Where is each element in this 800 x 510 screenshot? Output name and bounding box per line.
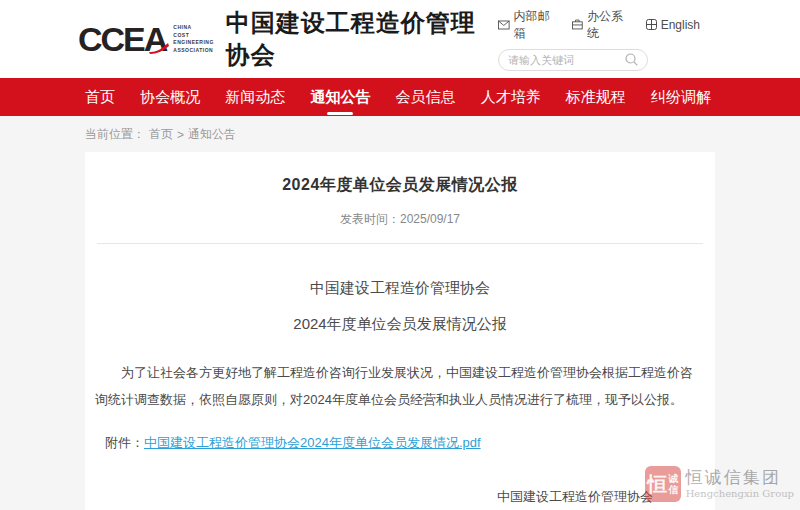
quick-link-label: 内部邮箱 (514, 8, 557, 42)
nav-item-news[interactable]: 新闻动态 (225, 79, 285, 116)
breadcrumb-separator: > (177, 128, 184, 142)
ccea-logo-subtext: CHINA COST ENGINEERING ASSOCIATION (173, 24, 214, 54)
office-system-link[interactable]: 办公系统 (572, 8, 629, 42)
attachment-label: 附件： (105, 435, 144, 450)
breadcrumb-home-link[interactable]: 首页 (149, 126, 173, 143)
main-nav: 首页 协会概况 新闻动态 通知公告 会员信息 人才培养 标准规程 纠纷调解 (0, 78, 800, 116)
logo-subtext-line: COST (173, 32, 214, 40)
attachment-pdf-link[interactable]: 中国建设工程造价管理协会2024年度单位会员发展情况.pdf (144, 435, 481, 450)
breadcrumb-current: 通知公告 (188, 126, 236, 143)
globe-icon (646, 19, 657, 30)
logo-subtext-line: CHINA (173, 24, 214, 32)
nav-item-about[interactable]: 协会概况 (140, 79, 200, 116)
quick-link-label: 办公系统 (587, 8, 630, 42)
search-input[interactable] (508, 54, 625, 66)
mail-icon (498, 20, 510, 30)
article-title: 2024年度单位会员发展情况公报 (85, 175, 715, 196)
site-search (498, 49, 648, 71)
publish-date: 发表时间：2025/09/17 (85, 211, 715, 228)
ccea-red-swoosh-icon (148, 42, 170, 54)
search-icon (625, 53, 638, 66)
quick-links: 内部邮箱 办公系统 English (498, 8, 700, 42)
body-heading-report: 2024年度单位会员发展情况公报 (85, 315, 715, 334)
site-header: CCEA CHINA COST ENGINEERING ASSOCIATION … (0, 0, 800, 78)
article-signature: 中国建设工程造价管理协会 2025年9月17日 (497, 490, 653, 510)
nav-item-members[interactable]: 会员信息 (396, 79, 456, 116)
logo-subtext-line: ENGINEERING (173, 39, 214, 47)
quick-link-label: English (661, 18, 700, 32)
org-name-title: 中国建设工程造价管理协会 (226, 7, 498, 71)
header-utilities: 内部邮箱 办公系统 English (498, 8, 700, 71)
logo-subtext-line: ASSOCIATION (173, 47, 214, 55)
site-logo[interactable]: CCEA CHINA COST ENGINEERING ASSOCIATION … (78, 7, 498, 71)
main-nav-inner: 首页 协会概况 新闻动态 通知公告 会员信息 人才培养 标准规程 纠纷调解 (85, 78, 711, 116)
briefcase-icon (572, 19, 583, 30)
title-divider (97, 243, 703, 244)
nav-item-training[interactable]: 人才培养 (481, 79, 541, 116)
breadcrumb-prefix: 当前位置： (85, 126, 145, 143)
internal-mail-link[interactable]: 内部邮箱 (498, 8, 556, 42)
attachment-row: 附件：中国建设工程造价管理协会2024年度单位会员发展情况.pdf (105, 434, 715, 452)
nav-item-mediation[interactable]: 纠纷调解 (651, 79, 711, 116)
english-link[interactable]: English (646, 8, 700, 42)
breadcrumb: 当前位置： 首页 > 通知公告 (85, 126, 800, 143)
nav-item-notices[interactable]: 通知公告 (310, 79, 370, 116)
nav-item-home[interactable]: 首页 (85, 79, 115, 116)
signature-org: 中国建设工程造价管理协会 (497, 490, 653, 503)
body-heading-org: 中国建设工程造价管理协会 (85, 279, 715, 298)
nav-item-standards[interactable]: 标准规程 (566, 79, 626, 116)
search-button[interactable] (625, 53, 638, 66)
article-card: 2024年度单位会员发展情况公报 发表时间：2025/09/17 中国建设工程造… (85, 152, 715, 510)
article-paragraph: 为了让社会各方更好地了解工程造价咨询行业发展状况，中国建设工程造价管理协会根据工… (95, 359, 699, 414)
ccea-logo-mark: CCEA (78, 22, 166, 56)
